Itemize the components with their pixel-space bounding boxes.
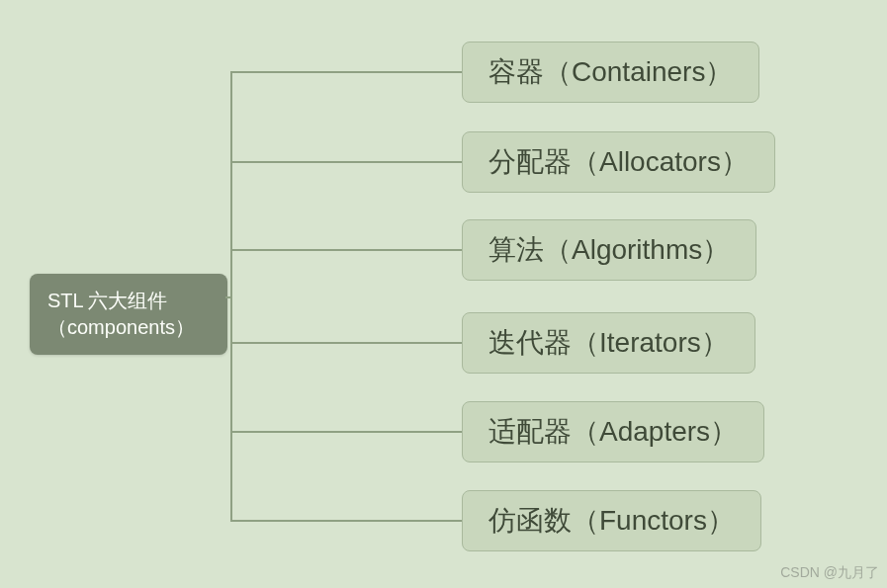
connector-branch-5 [230, 520, 462, 522]
child-node-allocators: 分配器（Allocators） [462, 131, 775, 193]
child-label: 适配器（Adapters） [488, 413, 738, 451]
watermark-text: CSDN @九月了 [780, 564, 879, 582]
connector-root-stub [225, 296, 232, 298]
child-label: 分配器（Allocators） [488, 143, 749, 181]
connector-branch-1 [230, 161, 462, 163]
connector-branch-2 [230, 249, 462, 251]
child-node-containers: 容器（Containers） [462, 42, 759, 103]
connector-branch-3 [230, 342, 462, 344]
child-node-functors: 仿函数（Functors） [462, 490, 761, 551]
connector-branch-0 [230, 71, 462, 73]
child-node-adapters: 适配器（Adapters） [462, 401, 764, 462]
connector-branch-4 [230, 431, 462, 433]
root-label: STL 六大组件（components） [47, 288, 210, 341]
child-label: 仿函数（Functors） [488, 502, 735, 540]
child-node-algorithms: 算法（Algorithms） [462, 219, 756, 281]
child-node-iterators: 迭代器（Iterators） [462, 312, 755, 374]
child-label: 迭代器（Iterators） [488, 324, 729, 362]
root-node: STL 六大组件（components） [30, 274, 227, 355]
diagram-stage: STL 六大组件（components） 容器（Containers） 分配器（… [0, 0, 887, 588]
child-label: 容器（Containers） [488, 53, 733, 91]
child-label: 算法（Algorithms） [488, 231, 730, 269]
